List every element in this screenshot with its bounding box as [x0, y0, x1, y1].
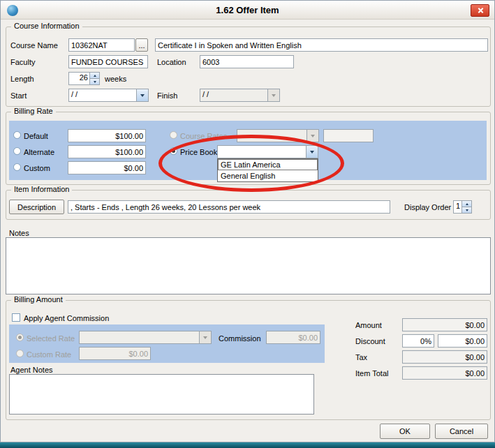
custom-rate-label-billing: Custom — [24, 164, 50, 172]
ok-button[interactable]: OK — [380, 424, 430, 439]
display-order-spinner[interactable]: 1 — [453, 200, 472, 214]
custom-rate-radio-billing[interactable] — [13, 163, 21, 171]
display-order-spin-buttons — [461, 201, 471, 213]
description-button[interactable]: Description — [9, 200, 64, 214]
item-total-field: $0.00 — [402, 366, 487, 380]
default-rate-field[interactable]: $100.00 — [68, 129, 146, 142]
length-value: 26 — [69, 73, 89, 84]
price-book-label: Price Book — [180, 148, 217, 156]
price-book-option[interactable]: General English — [218, 170, 318, 181]
course-rates-label: Course Rates — [180, 132, 227, 140]
commission-field: $0.00 — [266, 331, 320, 344]
start-label: Start — [10, 91, 27, 100]
commission-label: Commission — [219, 334, 261, 343]
alternate-rate-label: Alternate — [24, 148, 54, 156]
finish-chevron-down-icon — [267, 89, 279, 101]
course-information-legend: Course Information — [11, 22, 82, 30]
spin-up-icon[interactable] — [462, 201, 471, 207]
cancel-button[interactable]: Cancel — [435, 424, 488, 439]
price-book-radio[interactable] — [170, 147, 177, 155]
custom-rate-field: $0.00 — [79, 347, 151, 360]
apply-agent-commission-label: Apply Agent Commission — [24, 314, 109, 322]
selected-rate-chevron-down-icon — [199, 331, 211, 343]
selected-rate-label: Selected Rate — [27, 334, 75, 343]
finish-label: Finish — [157, 91, 177, 100]
course-rates-value — [237, 130, 306, 142]
course-rates-extra-field — [323, 129, 374, 142]
finish-date-value: / / — [200, 89, 267, 101]
close-button[interactable] — [471, 4, 489, 17]
custom-rate-label: Custom Rate — [27, 350, 71, 359]
selected-rate-value — [80, 331, 199, 343]
course-name-field[interactable]: 10362NAT — [68, 38, 135, 52]
item-total-label: Item Total — [355, 369, 389, 378]
length-label: Length — [10, 75, 34, 83]
item-information-legend: Item Information — [11, 185, 72, 193]
price-book-dropdown-list: GE Latin America General English — [217, 158, 318, 182]
course-rates-chevron-down-icon — [306, 130, 318, 142]
amount-field: $0.00 — [402, 318, 487, 331]
finish-date-combo: / / — [200, 89, 280, 102]
billing-rate-legend: Billing Rate — [11, 107, 56, 115]
tax-label: Tax — [355, 353, 367, 361]
discount-label: Discount — [355, 337, 385, 345]
spin-down-icon[interactable] — [462, 207, 471, 213]
tax-field: $0.00 — [402, 350, 487, 364]
course-browse-button[interactable]: ... — [135, 38, 148, 52]
discount-amount-field[interactable]: $0.00 — [438, 334, 487, 348]
selected-rate-combo — [79, 331, 212, 344]
close-icon — [477, 8, 483, 14]
faculty-field[interactable]: FUNDED COURSES — [68, 55, 148, 68]
price-book-combo[interactable] — [217, 145, 318, 158]
agent-notes-textarea[interactable] — [9, 374, 314, 415]
display-order-value: 1 — [454, 201, 461, 213]
desktop-background-strip — [0, 442, 495, 448]
course-rates-combo — [237, 129, 319, 142]
default-rate-label: Default — [24, 132, 48, 140]
amount-label: Amount — [355, 321, 382, 329]
apply-agent-commission-checkbox[interactable] — [12, 313, 20, 322]
spin-up-icon[interactable] — [90, 73, 99, 79]
title-bar[interactable]: 1.62 Offer Item — [1, 1, 494, 20]
price-book-chevron-down-icon[interactable] — [306, 146, 318, 158]
price-book-option[interactable]: GE Latin America — [218, 159, 318, 170]
course-rates-radio — [170, 131, 177, 139]
display-order-label: Display Order — [404, 203, 451, 211]
discount-percent-field[interactable]: 0% — [402, 334, 434, 348]
faculty-label: Faculty — [10, 58, 35, 66]
price-book-value — [218, 146, 306, 158]
weeks-label: weeks — [105, 75, 126, 83]
start-date-combo[interactable]: / / — [68, 89, 149, 102]
length-spinner[interactable]: 26 — [68, 72, 100, 85]
location-field[interactable]: 6003 — [200, 55, 294, 68]
offer-item-dialog: 1.62 Offer Item Course Information Cours… — [0, 0, 495, 442]
billing-amount-legend: Billing Amount — [11, 295, 66, 304]
offer-item-window: 1.62 Offer Item Course Information Cours… — [0, 0, 495, 448]
course-name-label: Course Name — [10, 41, 58, 50]
location-label: Location — [157, 58, 186, 66]
course-title-field[interactable]: Certificate I in Spoken and Written Engl… — [155, 38, 488, 52]
custom-rate-field-billing[interactable]: $0.00 — [68, 161, 146, 174]
default-rate-radio[interactable] — [13, 131, 21, 139]
notes-label: Notes — [9, 229, 29, 237]
alternate-rate-radio[interactable] — [13, 147, 21, 155]
start-chevron-down-icon[interactable] — [136, 89, 148, 101]
alternate-rate-field[interactable]: $100.00 — [68, 145, 146, 158]
agent-notes-label: Agent Notes — [10, 366, 53, 374]
spin-down-icon[interactable] — [90, 79, 99, 84]
description-field[interactable]: , Starts - Ends , Length 26 weeks, 20 Le… — [68, 200, 390, 214]
notes-textarea[interactable] — [6, 237, 491, 294]
start-date-value: / / — [69, 89, 136, 101]
selected-rate-radio — [16, 334, 24, 341]
custom-rate-radio — [16, 350, 24, 357]
window-title: 1.62 Offer Item — [1, 1, 494, 20]
length-spin-buttons — [89, 73, 99, 84]
